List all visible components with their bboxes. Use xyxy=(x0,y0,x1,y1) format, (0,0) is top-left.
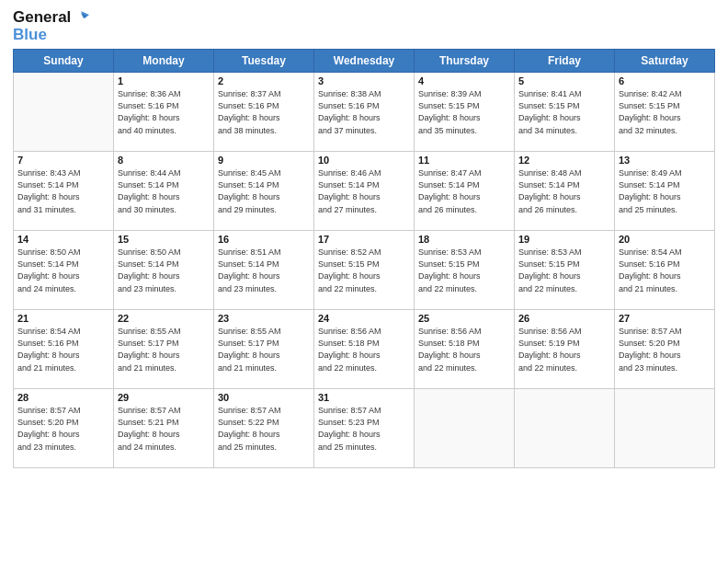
day-number: 27 xyxy=(619,313,711,324)
day-info: Sunrise: 8:53 AM Sunset: 5:15 PM Dayligh… xyxy=(418,247,510,294)
day-cell-12: 12Sunrise: 8:48 AM Sunset: 5:14 PM Dayli… xyxy=(515,152,615,231)
day-info: Sunrise: 8:56 AM Sunset: 5:18 PM Dayligh… xyxy=(318,326,410,373)
day-number: 13 xyxy=(619,155,711,166)
day-info: Sunrise: 8:57 AM Sunset: 5:20 PM Dayligh… xyxy=(619,326,711,373)
day-info: Sunrise: 8:57 AM Sunset: 5:21 PM Dayligh… xyxy=(118,405,210,453)
day-number: 20 xyxy=(619,234,711,245)
day-cell-28: 28Sunrise: 8:57 AM Sunset: 5:20 PM Dayli… xyxy=(14,389,114,468)
day-info: Sunrise: 8:55 AM Sunset: 5:17 PM Dayligh… xyxy=(218,326,310,373)
day-info: Sunrise: 8:41 AM Sunset: 5:15 PM Dayligh… xyxy=(518,88,610,136)
day-number: 16 xyxy=(218,234,310,245)
calendar-table: SundayMondayTuesdayWednesdayThursdayFrid… xyxy=(13,49,715,468)
empty-cell xyxy=(14,73,114,152)
weekday-header-row: SundayMondayTuesdayWednesdayThursdayFrid… xyxy=(14,50,715,73)
day-info: Sunrise: 8:42 AM Sunset: 5:15 PM Dayligh… xyxy=(619,88,711,136)
day-cell-4: 4Sunrise: 8:39 AM Sunset: 5:15 PM Daylig… xyxy=(415,73,515,152)
day-cell-13: 13Sunrise: 8:49 AM Sunset: 5:14 PM Dayli… xyxy=(615,152,715,231)
day-cell-25: 25Sunrise: 8:56 AM Sunset: 5:18 PM Dayli… xyxy=(415,310,515,389)
day-cell-27: 27Sunrise: 8:57 AM Sunset: 5:20 PM Dayli… xyxy=(615,310,715,389)
logo-general: General xyxy=(13,9,71,27)
day-info: Sunrise: 8:51 AM Sunset: 5:14 PM Dayligh… xyxy=(218,247,310,294)
day-info: Sunrise: 8:50 AM Sunset: 5:14 PM Dayligh… xyxy=(17,247,109,294)
day-number: 23 xyxy=(218,313,310,324)
empty-cell xyxy=(515,389,615,468)
day-cell-21: 21Sunrise: 8:54 AM Sunset: 5:16 PM Dayli… xyxy=(14,310,114,389)
day-number: 30 xyxy=(218,392,310,403)
day-info: Sunrise: 8:56 AM Sunset: 5:18 PM Dayligh… xyxy=(418,326,510,373)
day-number: 22 xyxy=(118,313,210,324)
day-info: Sunrise: 8:44 AM Sunset: 5:14 PM Dayligh… xyxy=(118,167,210,215)
day-cell-15: 15Sunrise: 8:50 AM Sunset: 5:14 PM Dayli… xyxy=(114,231,214,310)
day-cell-29: 29Sunrise: 8:57 AM Sunset: 5:21 PM Dayli… xyxy=(114,389,214,468)
day-info: Sunrise: 8:45 AM Sunset: 5:14 PM Dayligh… xyxy=(218,167,310,215)
day-info: Sunrise: 8:57 AM Sunset: 5:23 PM Dayligh… xyxy=(318,405,410,453)
page: General Blue SundayMondayTuesdayWednesda… xyxy=(0,0,728,563)
weekday-header-thursday: Thursday xyxy=(415,50,515,73)
day-cell-31: 31Sunrise: 8:57 AM Sunset: 5:23 PM Dayli… xyxy=(314,389,415,468)
empty-cell xyxy=(415,389,515,468)
day-cell-23: 23Sunrise: 8:55 AM Sunset: 5:17 PM Dayli… xyxy=(214,310,314,389)
day-cell-30: 30Sunrise: 8:57 AM Sunset: 5:22 PM Dayli… xyxy=(214,389,314,468)
day-cell-11: 11Sunrise: 8:47 AM Sunset: 5:14 PM Dayli… xyxy=(415,152,515,231)
week-row-2: 7Sunrise: 8:43 AM Sunset: 5:14 PM Daylig… xyxy=(14,152,715,231)
logo-bird-icon xyxy=(73,9,89,26)
day-cell-19: 19Sunrise: 8:53 AM Sunset: 5:15 PM Dayli… xyxy=(515,231,615,310)
weekday-header-tuesday: Tuesday xyxy=(214,50,314,73)
day-info: Sunrise: 8:57 AM Sunset: 5:22 PM Dayligh… xyxy=(218,405,310,453)
day-cell-14: 14Sunrise: 8:50 AM Sunset: 5:14 PM Dayli… xyxy=(14,231,114,310)
week-row-1: 1Sunrise: 8:36 AM Sunset: 5:16 PM Daylig… xyxy=(14,73,715,152)
day-cell-22: 22Sunrise: 8:55 AM Sunset: 5:17 PM Dayli… xyxy=(114,310,214,389)
day-info: Sunrise: 8:53 AM Sunset: 5:15 PM Dayligh… xyxy=(518,247,610,294)
day-number: 10 xyxy=(318,155,410,166)
day-info: Sunrise: 8:46 AM Sunset: 5:14 PM Dayligh… xyxy=(318,167,410,215)
empty-cell xyxy=(615,389,715,468)
day-info: Sunrise: 8:37 AM Sunset: 5:16 PM Dayligh… xyxy=(218,88,310,136)
weekday-header-monday: Monday xyxy=(114,50,214,73)
day-cell-9: 9Sunrise: 8:45 AM Sunset: 5:14 PM Daylig… xyxy=(214,152,314,231)
weekday-header-saturday: Saturday xyxy=(615,50,715,73)
day-number: 3 xyxy=(318,75,410,86)
day-info: Sunrise: 8:56 AM Sunset: 5:19 PM Dayligh… xyxy=(518,326,610,373)
day-number: 31 xyxy=(318,392,410,403)
weekday-header-wednesday: Wednesday xyxy=(314,50,415,73)
day-number: 24 xyxy=(318,313,410,324)
week-row-4: 21Sunrise: 8:54 AM Sunset: 5:16 PM Dayli… xyxy=(14,310,715,389)
day-number: 29 xyxy=(118,392,210,403)
day-info: Sunrise: 8:47 AM Sunset: 5:14 PM Dayligh… xyxy=(418,167,510,215)
day-number: 6 xyxy=(619,75,711,86)
day-number: 18 xyxy=(418,234,510,245)
day-info: Sunrise: 8:55 AM Sunset: 5:17 PM Dayligh… xyxy=(118,326,210,373)
day-info: Sunrise: 8:52 AM Sunset: 5:15 PM Dayligh… xyxy=(318,247,410,294)
day-cell-17: 17Sunrise: 8:52 AM Sunset: 5:15 PM Dayli… xyxy=(314,231,415,310)
day-info: Sunrise: 8:54 AM Sunset: 5:16 PM Dayligh… xyxy=(17,326,109,373)
day-number: 8 xyxy=(118,155,210,166)
day-number: 21 xyxy=(17,313,109,324)
day-number: 15 xyxy=(118,234,210,245)
logo-wordmark: General Blue xyxy=(13,9,89,43)
weekday-header-friday: Friday xyxy=(515,50,615,73)
day-info: Sunrise: 8:57 AM Sunset: 5:20 PM Dayligh… xyxy=(17,405,109,453)
day-number: 4 xyxy=(418,75,510,86)
day-cell-26: 26Sunrise: 8:56 AM Sunset: 5:19 PM Dayli… xyxy=(515,310,615,389)
day-number: 28 xyxy=(17,392,109,403)
day-cell-20: 20Sunrise: 8:54 AM Sunset: 5:16 PM Dayli… xyxy=(615,231,715,310)
day-number: 12 xyxy=(518,155,610,166)
day-cell-5: 5Sunrise: 8:41 AM Sunset: 5:15 PM Daylig… xyxy=(515,73,615,152)
day-cell-1: 1Sunrise: 8:36 AM Sunset: 5:16 PM Daylig… xyxy=(114,73,214,152)
day-number: 11 xyxy=(418,155,510,166)
logo: General Blue xyxy=(13,9,89,43)
day-info: Sunrise: 8:43 AM Sunset: 5:14 PM Dayligh… xyxy=(17,167,109,215)
day-cell-2: 2Sunrise: 8:37 AM Sunset: 5:16 PM Daylig… xyxy=(214,73,314,152)
day-cell-24: 24Sunrise: 8:56 AM Sunset: 5:18 PM Dayli… xyxy=(314,310,415,389)
day-number: 17 xyxy=(318,234,410,245)
day-info: Sunrise: 8:54 AM Sunset: 5:16 PM Dayligh… xyxy=(619,247,711,294)
day-number: 19 xyxy=(518,234,610,245)
day-cell-16: 16Sunrise: 8:51 AM Sunset: 5:14 PM Dayli… xyxy=(214,231,314,310)
day-cell-10: 10Sunrise: 8:46 AM Sunset: 5:14 PM Dayli… xyxy=(314,152,415,231)
day-number: 26 xyxy=(518,313,610,324)
day-number: 2 xyxy=(218,75,310,86)
header: General Blue xyxy=(13,9,715,43)
day-number: 25 xyxy=(418,313,510,324)
day-cell-18: 18Sunrise: 8:53 AM Sunset: 5:15 PM Dayli… xyxy=(415,231,515,310)
day-cell-8: 8Sunrise: 8:44 AM Sunset: 5:14 PM Daylig… xyxy=(114,152,214,231)
